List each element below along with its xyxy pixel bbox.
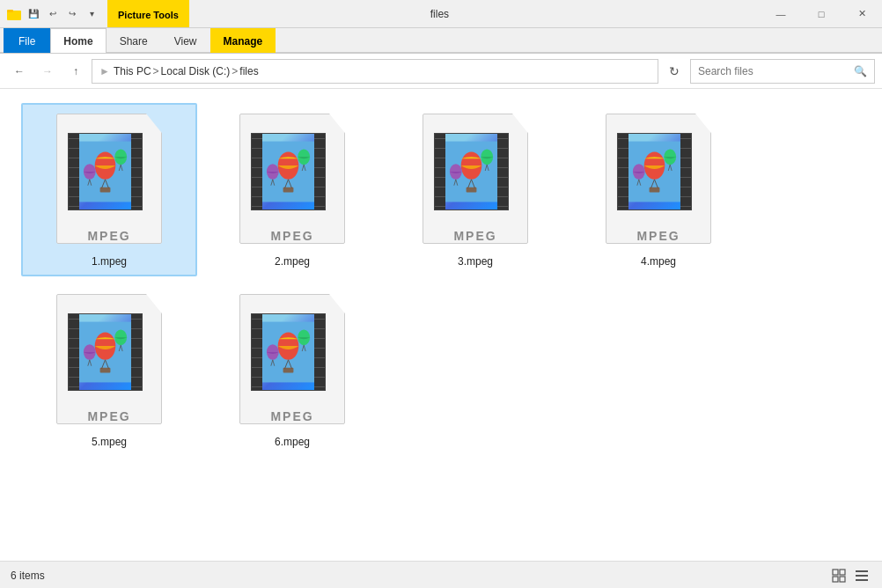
save-quick-btn[interactable]: 💾	[25, 5, 42, 23]
file-item[interactable]: MPEG 2.mpeg	[204, 103, 380, 276]
svg-rect-6	[100, 187, 111, 193]
file-grid: MPEG 1.mpeg	[0, 89, 882, 561]
minimize-button[interactable]: —	[761, 0, 801, 28]
svg-rect-1	[7, 10, 13, 12]
undo-quick-btn[interactable]: ↩	[44, 5, 62, 23]
film-strip	[69, 134, 142, 209]
svg-rect-50	[100, 368, 111, 373]
file-name: 1.mpeg	[92, 255, 127, 268]
picture-tools-context-tab[interactable]: Picture Tools	[107, 0, 189, 27]
file-name: 4.mpeg	[641, 255, 676, 268]
details-view-button[interactable]	[852, 566, 871, 585]
item-count: 6 items	[11, 570, 45, 582]
title-bar-left: 💾 ↩ ↪ ▾	[0, 0, 107, 27]
file-item[interactable]: MPEG 6.mpeg	[204, 283, 380, 457]
file-name: 3.mpeg	[458, 255, 493, 268]
doc-thumbnail	[434, 133, 509, 210]
up-button[interactable]: ↑	[63, 59, 88, 84]
view-controls	[829, 566, 871, 585]
ribbon-tab-bar: File Home Share View Manage	[0, 28, 882, 53]
svg-rect-39	[650, 187, 660, 193]
tab-file[interactable]: File	[4, 28, 50, 53]
svg-rect-61	[283, 368, 294, 373]
path-sep-1: >	[153, 65, 159, 77]
svg-rect-74	[856, 579, 868, 581]
mpeg-label: MPEG	[52, 409, 166, 423]
path-files[interactable]: files	[239, 65, 258, 77]
search-icon: 🔍	[854, 65, 867, 77]
file-name: 2.mpeg	[275, 255, 310, 268]
balloon-content	[445, 134, 497, 209]
redo-quick-btn[interactable]: ↪	[63, 5, 81, 23]
mpeg-label: MPEG	[52, 229, 166, 243]
balloon-content	[628, 134, 680, 209]
address-path[interactable]: ► This PC > Local Disk (C:) > files	[92, 59, 658, 84]
balloon-content	[262, 134, 314, 209]
svg-rect-72	[856, 570, 868, 572]
file-item[interactable]: MPEG 5.mpeg	[21, 283, 197, 457]
window-title: files	[189, 8, 761, 20]
file-icon-wrap: MPEG	[235, 294, 349, 430]
tab-view[interactable]: View	[161, 28, 210, 53]
balloon-content	[79, 134, 131, 209]
doc-thumbnail	[251, 313, 326, 391]
tab-home[interactable]: Home	[50, 28, 106, 53]
film-strip	[618, 134, 691, 209]
doc-thumbnail	[68, 313, 143, 391]
mpeg-label: MPEG	[601, 229, 716, 243]
refresh-button[interactable]: ↻	[662, 59, 687, 84]
doc-thumbnail	[617, 133, 692, 210]
search-box: 🔍	[690, 59, 875, 84]
svg-rect-69	[840, 570, 845, 575]
path-arrow: ►	[99, 65, 110, 77]
large-icons-view-button[interactable]	[829, 566, 849, 585]
folder-icon	[7, 7, 21, 21]
film-strip	[69, 314, 142, 390]
svg-point-29	[481, 149, 493, 165]
path-sep-2: >	[232, 65, 238, 77]
svg-point-40	[664, 149, 676, 165]
search-input[interactable]	[698, 65, 849, 77]
doc-thumbnail	[251, 133, 326, 210]
maximize-button[interactable]: □	[801, 0, 842, 28]
film-strip	[435, 134, 508, 209]
ribbon: File Home Share View Manage	[0, 28, 882, 54]
svg-point-51	[114, 329, 127, 345]
svg-rect-17	[283, 187, 294, 193]
file-name: 5.mpeg	[92, 436, 127, 448]
file-icon-wrap: MPEG	[52, 294, 166, 430]
film-strip	[252, 134, 325, 209]
file-item[interactable]: MPEG 3.mpeg	[387, 103, 563, 276]
svg-rect-68	[833, 570, 838, 575]
balloon-content	[262, 314, 314, 390]
svg-rect-70	[833, 577, 838, 582]
svg-rect-28	[467, 187, 477, 193]
close-button[interactable]: ✕	[842, 0, 882, 28]
tab-share[interactable]: Share	[107, 28, 161, 53]
title-bar: 💾 ↩ ↪ ▾ Picture Tools files — □ ✕	[0, 0, 882, 28]
file-item[interactable]: MPEG 1.mpeg	[21, 103, 197, 276]
file-item[interactable]: MPEG 4.mpeg	[570, 103, 746, 276]
file-icon-wrap: MPEG	[52, 114, 166, 250]
file-icon-wrap: MPEG	[601, 114, 716, 250]
balloon-content	[79, 314, 131, 390]
mpeg-label: MPEG	[418, 229, 533, 243]
doc-thumbnail	[68, 133, 143, 210]
svg-rect-73	[856, 575, 868, 577]
path-local-disk[interactable]: Local Disk (C:)	[161, 65, 231, 77]
svg-point-7	[114, 149, 127, 165]
path-this-pc[interactable]: This PC	[114, 65, 151, 77]
back-button[interactable]: ←	[7, 59, 32, 84]
svg-point-62	[298, 329, 310, 345]
file-icon-wrap: MPEG	[418, 114, 533, 250]
file-icon-wrap: MPEG	[235, 114, 349, 250]
film-strip	[252, 314, 325, 390]
main-content: MPEG 1.mpeg	[0, 89, 882, 561]
tab-manage[interactable]: Manage	[210, 28, 276, 53]
svg-point-18	[298, 149, 310, 165]
status-bar: 6 items	[0, 561, 882, 588]
dropdown-quick-btn[interactable]: ▾	[83, 5, 100, 23]
forward-button[interactable]: →	[35, 59, 60, 84]
mpeg-label: MPEG	[235, 229, 349, 243]
address-bar: ← → ↑ ► This PC > Local Disk (C:) > file…	[0, 54, 882, 89]
